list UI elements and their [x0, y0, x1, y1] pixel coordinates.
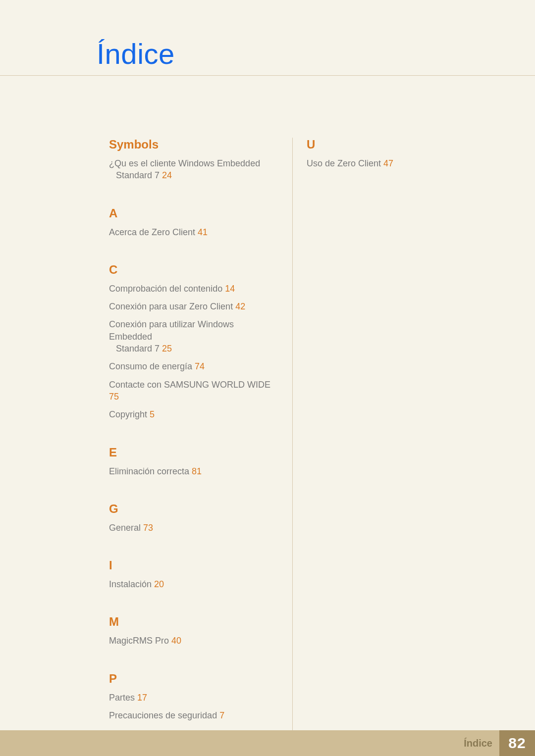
index-entry-text: ¿Qu es el cliente Windows Embedded: [109, 158, 260, 168]
index-entry-page: 41: [198, 227, 208, 237]
footer: Índice 82: [0, 730, 535, 756]
index-entry[interactable]: Eliminación correcta 81: [109, 465, 277, 477]
index-entry[interactable]: General 73: [109, 522, 277, 534]
index-entry-text: Conexión para usar Zero Client: [109, 302, 235, 311]
index-section: UUso de Zero Client 47: [307, 138, 475, 169]
index-section-head: E: [109, 446, 277, 459]
index-section-head: C: [109, 263, 277, 277]
index-section-head: P: [109, 672, 277, 686]
index-entry[interactable]: Copyright 5: [109, 408, 277, 420]
index-section: MMagicRMS Pro 40: [109, 615, 277, 647]
index-entry[interactable]: Conexión para usar Zero Client 42: [109, 301, 277, 312]
index-column-right: UUso de Zero Client 47: [307, 138, 490, 756]
index-entry[interactable]: MagicRMS Pro 40: [109, 635, 277, 647]
index-entry-page: 5: [150, 409, 155, 419]
index-entry-page: 7: [219, 710, 224, 720]
index-entry-text: Contacte con SAMSUNG WORLD WIDE: [109, 380, 270, 390]
index-entry-text: Eliminación correcta: [109, 466, 192, 476]
index-entry[interactable]: Conexión para utilizar Windows EmbeddedS…: [109, 318, 277, 354]
page: Índice Symbols¿Qu es el cliente Windows …: [0, 0, 535, 756]
index-entry-page: 24: [162, 170, 172, 180]
index-entry[interactable]: Comprobación del contenido 14: [109, 283, 277, 295]
index-section-head: G: [109, 502, 277, 516]
index-columns: Symbols¿Qu es el cliente Windows Embedde…: [0, 138, 535, 756]
index-section-head: I: [109, 558, 277, 572]
index-entry-page: 14: [225, 284, 235, 294]
index-entry[interactable]: Instalación 20: [109, 578, 277, 590]
footer-label: Índice: [464, 738, 492, 749]
footer-page-number: 82: [499, 730, 535, 756]
index-entry[interactable]: Contacte con SAMSUNG WORLD WIDE 75: [109, 379, 277, 403]
index-section: EEliminación correcta 81: [109, 446, 277, 477]
index-entry-text: General: [109, 523, 143, 533]
index-entry-page: 42: [235, 302, 245, 311]
index-section: PPartes 17Precauciones de seguridad 7: [109, 672, 277, 722]
index-entry-page: 81: [192, 466, 202, 476]
index-entry[interactable]: Consumo de energía 74: [109, 360, 277, 372]
index-section-head: U: [307, 138, 475, 151]
index-entry-text: Consumo de energía: [109, 361, 195, 371]
index-entry-text: Comprobación del contenido: [109, 284, 225, 294]
index-entry-text: Copyright: [109, 409, 150, 419]
index-entry-page: 40: [171, 636, 181, 646]
index-section-head: M: [109, 615, 277, 629]
index-entry-text: Conexión para utilizar Windows Embedded: [109, 319, 234, 341]
index-entry[interactable]: Acerca de Zero Client 41: [109, 226, 277, 238]
index-entry[interactable]: ¿Qu es el cliente Windows EmbeddedStanda…: [109, 157, 277, 182]
index-entry-page: 47: [383, 158, 393, 168]
index-entry-page: 25: [162, 344, 172, 353]
index-entry[interactable]: Partes 17: [109, 692, 277, 704]
index-section-head: A: [109, 206, 277, 220]
index-entry-page: 20: [154, 579, 164, 589]
index-entry[interactable]: Precauciones de seguridad 7: [109, 709, 277, 721]
index-entry-page: 73: [143, 523, 153, 533]
index-section: GGeneral 73: [109, 502, 277, 534]
column-divider: [292, 138, 293, 756]
title-wrap: Índice: [0, 37, 535, 76]
index-entry-text: Uso de Zero Client: [307, 158, 383, 168]
index-section: AAcerca de Zero Client 41: [109, 206, 277, 238]
index-entry-page: 74: [195, 361, 205, 371]
index-column-left: Symbols¿Qu es el cliente Windows Embedde…: [109, 138, 292, 756]
index-entry-text: Instalación: [109, 579, 154, 589]
index-entry-page: 75: [109, 392, 119, 402]
index-entry-page: 17: [137, 693, 147, 703]
index-section: CComprobación del contenido 14Conexión p…: [109, 263, 277, 421]
index-section-head: Symbols: [109, 138, 277, 151]
index-section: Symbols¿Qu es el cliente Windows Embedde…: [109, 138, 277, 182]
index-entry-cont: Standard 7 24: [109, 169, 277, 181]
index-entry-text: Precauciones de seguridad: [109, 710, 219, 720]
page-title: Índice: [97, 37, 535, 70]
index-section: IInstalación 20: [109, 558, 277, 590]
index-entry-text: MagicRMS Pro: [109, 636, 171, 646]
index-entry-text: Partes: [109, 693, 137, 703]
index-entry[interactable]: Uso de Zero Client 47: [307, 157, 475, 169]
index-entry-cont: Standard 7 25: [109, 343, 277, 354]
index-entry-text: Acerca de Zero Client: [109, 227, 198, 237]
